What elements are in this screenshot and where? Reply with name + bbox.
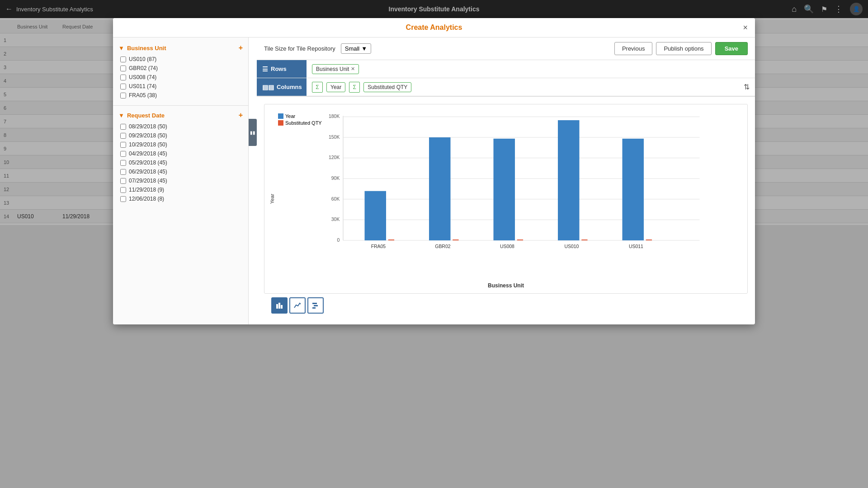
- bu-fra05-checkbox[interactable]: [120, 93, 126, 99]
- rd-11292018-label: 11/29/2018 (9): [129, 187, 164, 193]
- rd-10292018-label: 10/29/2018 (50): [129, 141, 167, 148]
- columns-content: Σ Year Σ Substituted QTY ⇅: [307, 79, 755, 95]
- rd-07292018-checkbox[interactable]: [120, 178, 126, 184]
- svg-text:90K: 90K: [331, 176, 340, 181]
- business-unit-items: US010 (87) GBR02 (74) US008 (74): [118, 55, 243, 100]
- previous-button[interactable]: Previous: [614, 42, 653, 55]
- bu-collapse-icon: ▼: [118, 45, 124, 52]
- bar-us011-qty: [646, 239, 652, 240]
- right-panel: Tile Size for Tile Repository Small ▼ Pr…: [257, 38, 755, 324]
- x-axis-label: Business Unit: [488, 282, 524, 289]
- modal-header: Create Analytics ×: [113, 18, 755, 38]
- gantt-chart-button[interactable]: [307, 297, 324, 314]
- rd-06292018-label: 06/29/2018 (45): [129, 169, 167, 175]
- filter-divider: [113, 105, 248, 106]
- business-unit-tag-close[interactable]: ✕: [351, 66, 355, 72]
- rd-08292018-checkbox[interactable]: [120, 124, 126, 130]
- svg-rect-24: [314, 305, 318, 306]
- svg-rect-25: [312, 307, 316, 309]
- svg-text:GBR02: GBR02: [435, 244, 450, 249]
- rows-config-row: ☰ Rows Business Unit ✕: [257, 60, 755, 78]
- rd-04292018-label: 04/29/2018 (45): [129, 150, 167, 157]
- svg-text:60K: 60K: [331, 197, 340, 202]
- year-legend-label: Year: [285, 113, 295, 119]
- rd-07292018-label: 07/29/2018 (45): [129, 178, 167, 184]
- business-unit-tag[interactable]: Business Unit ✕: [312, 64, 359, 74]
- bu-us008-label: US008 (74): [129, 74, 156, 80]
- columns-bars-icon: ▤▤: [262, 84, 274, 91]
- list-item: 06/29/2018 (45): [118, 167, 243, 176]
- rd-11292018-checkbox[interactable]: [120, 187, 126, 193]
- create-analytics-modal: Create Analytics × ▼ Business Unit +: [113, 18, 755, 324]
- bu-fra05-label: FRA05 (38): [129, 92, 157, 99]
- bu-add-icon[interactable]: +: [239, 44, 243, 52]
- rd-06292018-checkbox[interactable]: [120, 169, 126, 175]
- bu-us008-checkbox[interactable]: [120, 75, 126, 80]
- legend-year: Year: [278, 113, 322, 119]
- year-sigma-icon: Σ: [312, 82, 323, 93]
- list-item: FRA05 (38): [118, 91, 243, 100]
- chart-legend: Year Substituted QTY: [278, 113, 322, 127]
- bar-gbr02-year: [429, 137, 451, 240]
- rows-bars-icon: ☰: [262, 66, 268, 73]
- save-button[interactable]: Save: [715, 42, 748, 55]
- list-item: 04/29/2018 (45): [118, 149, 243, 158]
- bar-us011-year: [623, 139, 644, 240]
- publish-options-button[interactable]: Publish options: [656, 42, 711, 55]
- line-chart-button[interactable]: [289, 297, 306, 314]
- modal-title: Create Analytics: [406, 23, 462, 32]
- bu-gbr02-checkbox[interactable]: [120, 66, 126, 71]
- rd-09292018-checkbox[interactable]: [120, 133, 126, 139]
- bu-us011-label: US011 (74): [129, 83, 156, 89]
- rd-add-icon[interactable]: +: [239, 111, 243, 119]
- svg-text:US011: US011: [629, 244, 643, 249]
- year-legend-color: [278, 113, 283, 119]
- svg-text:FRA05: FRA05: [371, 244, 386, 249]
- list-item: 09/29/2018 (50): [118, 131, 243, 140]
- dropdown-chevron-icon: ▼: [361, 45, 367, 52]
- chart-area: Year Substituted QTY Year: [257, 97, 755, 324]
- bar-chart-svg: 0 30K 60K 90K: [292, 112, 738, 266]
- toggle-left-panel-button[interactable]: ▮▮: [249, 119, 257, 146]
- rows-content: Business Unit ✕: [307, 61, 755, 77]
- bar-chart-button[interactable]: [271, 297, 288, 314]
- chart-type-toolbar: [264, 294, 748, 317]
- substituted-qty-tag[interactable]: Substituted QTY: [363, 82, 411, 92]
- sort-button[interactable]: ⇅: [744, 83, 750, 91]
- request-date-filter-section: ▼ Request Date + 08/29/2018 (50): [113, 108, 248, 206]
- business-unit-label: Business Unit: [127, 45, 166, 52]
- rd-10292018-checkbox[interactable]: [120, 142, 126, 148]
- modal-close-button[interactable]: ×: [743, 23, 748, 33]
- rd-05292018-checkbox[interactable]: [120, 160, 126, 166]
- tile-size-label: Tile Size for Tile Repository: [264, 45, 335, 52]
- bu-us011-checkbox[interactable]: [120, 84, 126, 89]
- business-unit-filter-header[interactable]: ▼ Business Unit +: [118, 44, 243, 52]
- rd-09292018-label: 09/29/2018 (50): [129, 132, 167, 139]
- rd-12062018-label: 12/06/2018 (8): [129, 196, 164, 202]
- tile-size-select[interactable]: Small ▼: [341, 43, 371, 54]
- year-tag[interactable]: Year: [326, 82, 345, 92]
- svg-text:180K: 180K: [329, 114, 340, 119]
- bu-us010-label: US010 (87): [129, 56, 156, 62]
- modal-toolbar: Tile Size for Tile Repository Small ▼ Pr…: [257, 38, 755, 60]
- svg-text:30K: 30K: [331, 217, 340, 222]
- svg-text:US008: US008: [500, 244, 514, 249]
- rd-04292018-checkbox[interactable]: [120, 151, 126, 157]
- list-item: 07/29/2018 (45): [118, 176, 243, 185]
- bu-us010-checkbox[interactable]: [120, 56, 126, 62]
- list-item: 12/06/2018 (8): [118, 194, 243, 203]
- bar-gbr02-qty: [453, 239, 458, 240]
- rd-12062018-checkbox[interactable]: [120, 196, 126, 202]
- modal-body: ▼ Business Unit + US010 (87): [113, 38, 755, 324]
- list-item: 05/29/2018 (45): [118, 158, 243, 167]
- qty-legend-color: [278, 120, 283, 126]
- rows-label: ☰ Rows: [257, 60, 307, 78]
- request-date-label: Request Date: [127, 112, 165, 119]
- bar-us010-year: [558, 120, 580, 240]
- request-date-items: 08/29/2018 (50) 09/29/2018 (50) 10/29/20…: [118, 122, 243, 203]
- left-filter-panel: ▼ Business Unit + US010 (87): [113, 38, 249, 324]
- chart-container: Year Substituted QTY Year: [264, 104, 748, 294]
- rd-08292018-label: 08/29/2018 (50): [129, 123, 167, 130]
- request-date-filter-header[interactable]: ▼ Request Date +: [118, 111, 243, 119]
- list-item: 10/29/2018 (50): [118, 140, 243, 149]
